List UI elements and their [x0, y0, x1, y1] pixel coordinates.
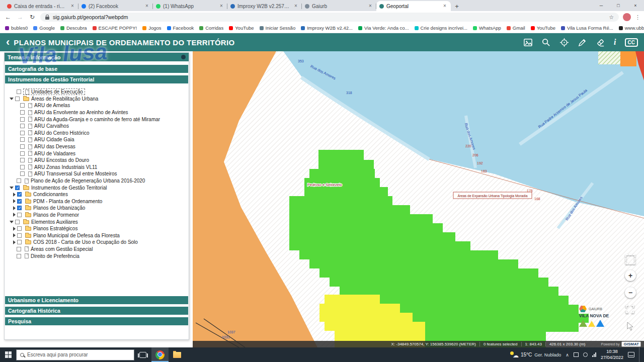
address-bar[interactable]: sig.gaiurb.pt/geoportal?webpdm ☆	[40, 13, 619, 22]
layer-label-wrap[interactable]: Áreas de Reabilitação Urbana	[22, 96, 100, 102]
layer-label-wrap[interactable]: Instrumentos de Gestão Territorial	[22, 185, 108, 191]
layer-checkbox[interactable]	[17, 213, 22, 217]
layer-checkbox[interactable]	[20, 117, 25, 122]
layer-label-wrap[interactable]: ARU Cidade Gaia	[27, 137, 75, 142]
window-close-button[interactable]: ×	[627, 0, 644, 11]
layer-label-wrap[interactable]: ARU de Valadares	[27, 151, 77, 156]
browser-tab[interactable]: Caixa de entrada - rikard241@g ×	[4, 1, 78, 11]
layer-checkbox[interactable]	[20, 103, 25, 108]
expander-icon[interactable]	[13, 193, 16, 197]
layer-tree-item[interactable]: Instrumentos de Gestão Territorial	[5, 184, 189, 191]
layer-checkbox[interactable]	[20, 144, 25, 149]
layer-checkbox[interactable]	[20, 131, 25, 135]
pointer-tool-button[interactable]	[626, 322, 634, 331]
tray-expand-icon[interactable]: ∧	[566, 352, 569, 357]
layer-label-wrap[interactable]: Planos Estratégicos	[24, 226, 79, 231]
layer-checkbox[interactable]	[17, 233, 22, 238]
section-pesquisa[interactable]: Pesquisa	[5, 317, 188, 325]
layer-tree-item[interactable]: Planos de Pormenor	[5, 212, 189, 219]
eraser-icon[interactable]	[596, 38, 605, 47]
layer-checkbox[interactable]	[20, 171, 25, 176]
layer-checkbox[interactable]	[17, 89, 21, 94]
bookmark-item[interactable]: www.ubbu.io	[619, 25, 644, 31]
tab-close-icon[interactable]: ×	[367, 3, 373, 9]
layer-checkbox[interactable]	[15, 97, 20, 101]
layer-label-wrap[interactable]: ARU da Aguda-Granja e o caminho de ferro…	[27, 117, 162, 122]
layer-tree-item[interactable]: Direito de Preferência	[5, 252, 189, 259]
layer-checkbox[interactable]	[17, 192, 22, 197]
profile-avatar[interactable]	[623, 13, 631, 21]
layer-tree-item[interactable]: ARU Carvalhos	[5, 123, 189, 130]
layer-label-wrap[interactable]: ARU Encostas do Douro	[27, 157, 91, 163]
browser-tab[interactable]: (2) Facebook ×	[78, 1, 153, 11]
zoom-out-button[interactable]: −	[625, 287, 636, 298]
layer-tree-item[interactable]: Plano de Ação de Regeneração Urbana 2016…	[5, 177, 189, 185]
bookmark-item[interactable]: Facebook	[167, 25, 194, 31]
layer-tree-item[interactable]: Condicionantes	[5, 191, 189, 198]
section-urbanismo[interactable]: Urbanismo e Licenciamento	[5, 296, 188, 304]
expander-icon[interactable]	[13, 199, 16, 203]
layer-checkbox[interactable]	[17, 199, 22, 204]
expander-icon[interactable]	[13, 227, 16, 231]
expander-icon[interactable]	[10, 98, 14, 100]
bookmark-star-icon[interactable]: ☆	[609, 14, 614, 21]
tab-close-icon[interactable]: ×	[442, 3, 448, 9]
layer-tree-item[interactable]: ARU Encostas do Douro	[5, 157, 189, 164]
layer-tree-item[interactable]: ARU das Devesas	[5, 143, 189, 150]
notification-center-icon[interactable]	[628, 352, 634, 357]
select-extent-button[interactable]	[625, 254, 635, 264]
tab-close-icon[interactable]: ×	[293, 3, 299, 9]
layer-label-wrap[interactable]: Condicionantes	[24, 192, 69, 197]
bookmark-item[interactable]: Improxy W2B v2.42...	[301, 25, 353, 31]
taskbar-clock[interactable]: 10:38 27/04/2022	[601, 349, 623, 360]
taskbar-search[interactable]	[16, 349, 134, 360]
expander-icon[interactable]	[13, 206, 16, 210]
tab-close-icon[interactable]: ×	[69, 3, 75, 9]
layer-checkbox[interactable]	[20, 151, 25, 156]
layer-tree-item[interactable]: Unidades de Execução	[5, 88, 189, 96]
layer-tree-item[interactable]: Elementos Auxiliares	[5, 218, 189, 225]
layer-checkbox[interactable]	[17, 226, 22, 231]
measure-icon[interactable]	[578, 38, 587, 47]
start-button[interactable]	[0, 347, 16, 362]
bookmark-item[interactable]: Via Verde: Anda co...	[358, 25, 409, 31]
show-desktop-button[interactable]	[639, 347, 641, 362]
layer-label-wrap[interactable]: ARU Carvalhos	[27, 123, 70, 129]
layer-checkbox[interactable]	[20, 137, 25, 142]
url-text[interactable]: sig.gaiurb.pt/geoportal?webpdm	[53, 14, 605, 20]
browser-menu-icon[interactable]: ⋮	[635, 14, 640, 21]
layer-tree-item[interactable]: Plano Municipal de Defesa da Floresta	[5, 232, 189, 239]
fullscreen-button[interactable]	[625, 304, 635, 314]
tray-display-icon[interactable]	[574, 352, 579, 357]
layer-checkbox[interactable]	[17, 178, 21, 183]
layer-label-wrap[interactable]: ARU Transversal Sul entre Mosteiros	[27, 171, 119, 176]
back-button[interactable]: ←	[4, 14, 12, 21]
window-minimize-button[interactable]: ─	[593, 0, 610, 11]
layer-label-wrap[interactable]: ARU Zonas Industriais VL11	[27, 164, 99, 170]
layer-label-wrap[interactable]: COS 2018 - Carta de Uso e Ocupação do So…	[24, 239, 139, 245]
section-cartografia-historica[interactable]: Cartografia Histórica	[5, 307, 188, 315]
bookmark-item[interactable]: WhatsApp	[473, 25, 501, 31]
taskbar-chrome-button[interactable]	[151, 347, 169, 362]
forward-button[interactable]: →	[16, 14, 24, 21]
bookmark-item[interactable]: YouTube	[531, 25, 555, 31]
layer-tree-item[interactable]: Planos Estratégicos	[5, 225, 189, 232]
layer-checkbox[interactable]	[20, 158, 25, 162]
layer-tree-item[interactable]: ARU de Valadares	[5, 150, 189, 157]
layer-label-wrap[interactable]: PDM - Planta de Ordenamento	[24, 199, 104, 204]
layer-label-wrap[interactable]: ARU de Arnelas	[27, 103, 71, 108]
bookmark-item[interactable]: bubles0	[5, 25, 28, 31]
basemap-icon[interactable]	[523, 38, 533, 47]
bookmark-item[interactable]: ESCAPE POPPY!	[93, 25, 137, 31]
layer-checkbox[interactable]	[20, 110, 25, 115]
expander-icon[interactable]	[13, 213, 16, 217]
expander-icon[interactable]	[10, 221, 14, 223]
expander-icon[interactable]	[10, 187, 14, 189]
browser-tab[interactable]: Gaiurb ×	[302, 1, 376, 11]
info-icon[interactable]: i	[614, 38, 616, 46]
layer-tree-item[interactable]: ARU de Arnelas	[5, 102, 189, 109]
layer-tree-item[interactable]: COS 2018 - Carta de Uso e Ocupação do So…	[5, 239, 189, 246]
layer-tree-item[interactable]: Áreas com Gestão Especial	[5, 246, 189, 253]
browser-tab[interactable]: (1) WhatsApp ×	[153, 1, 227, 11]
tab-close-icon[interactable]: ×	[218, 3, 224, 9]
